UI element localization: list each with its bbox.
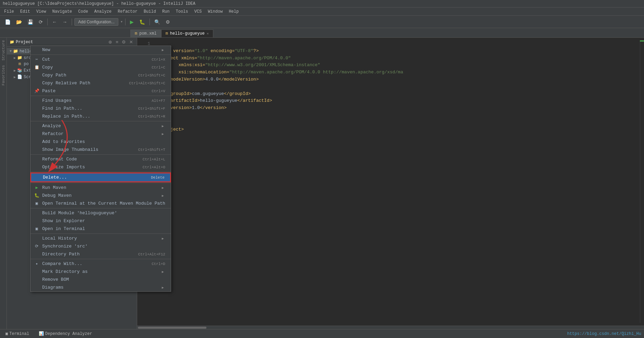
- toolbar: 📄 📂 💾 ⟳ ← → Add Configuration... ▾ ▶ 🐛 🔍…: [0, 16, 644, 28]
- ctx-replace-in-path[interactable]: Replace in Path... Ctrl+Shift+R: [31, 112, 171, 120]
- ctx-cut-shortcut: Ctrl+X: [152, 58, 165, 62]
- ctx-build-module[interactable]: Build Module 'hellogugueyue': [31, 209, 171, 217]
- editor-area: 1 2 3 4 5 7 8 9 12 <?xml version="1.0" e…: [137, 38, 644, 329]
- sidebar-close-btn[interactable]: ✕: [128, 39, 134, 45]
- ctx-optimize-imports[interactable]: Optimize Imports Ctrl+Alt+O: [31, 163, 171, 171]
- ctx-reformat[interactable]: Reformat Code Ctrl+Alt+L: [31, 155, 171, 163]
- menu-view[interactable]: View: [34, 9, 49, 15]
- ctx-cut-icon: ✂: [34, 57, 39, 62]
- tab-hello-icon: m: [166, 31, 168, 36]
- menu-window[interactable]: Window: [205, 9, 225, 15]
- toolbar-open-btn[interactable]: 📂: [14, 18, 24, 26]
- ctx-remove-bom-label: Remove BOM: [34, 277, 69, 282]
- ctx-find-usages-label: Find Usages: [34, 98, 72, 103]
- ctx-debug-maven-label: 🐛 Debug Maven: [34, 193, 72, 198]
- ctx-copy-rel-path[interactable]: Copy Relative Path Ctrl+Alt+Shift+C: [31, 79, 171, 87]
- menu-help[interactable]: Help: [226, 9, 241, 15]
- toolbar-back-btn[interactable]: ←: [50, 18, 59, 26]
- ctx-compare-with-label: ✦ Compare With...: [34, 261, 82, 266]
- menu-vcs[interactable]: VCS: [192, 9, 205, 15]
- toolbar-debug-btn[interactable]: 🐛: [137, 18, 147, 26]
- scrollbar-thumb[interactable]: [138, 327, 206, 329]
- ctx-synchronize[interactable]: ⟳ Synchronize 'src': [31, 242, 171, 250]
- editor-content[interactable]: 1 2 3 4 5 7 8 9 12 <?xml version="1.0" e…: [137, 38, 644, 326]
- ctx-run-maven-arrow: ▶: [162, 186, 164, 190]
- ctx-cut-label: ✂ Cut: [34, 57, 50, 62]
- ctx-analyze[interactable]: Analyze ▶: [31, 122, 171, 130]
- ctx-delete[interactable]: Delete... Delete: [31, 173, 171, 182]
- ctx-new-arrow: ▶: [162, 48, 164, 52]
- ctx-paste-shortcut: Ctrl+V: [152, 89, 165, 93]
- ctx-analyze-label: Analyze: [34, 123, 61, 129]
- ctx-sep-3: [31, 121, 171, 121]
- sidebar-settings-btn[interactable]: ⚙: [121, 39, 127, 45]
- toolbar-new-file-btn[interactable]: 📄: [3, 18, 13, 26]
- toolbar-search-btn[interactable]: 🔍: [152, 18, 162, 26]
- tab-pom-xml[interactable]: m pom.xml: [130, 29, 161, 37]
- ctx-dir-path[interactable]: Directory Path Ctrl+Alt+F12: [31, 250, 171, 258]
- ctx-cut[interactable]: ✂ Cut Ctrl+X: [31, 56, 171, 63]
- ctx-new[interactable]: New ▶: [31, 46, 171, 54]
- terminal-icon: ▣: [5, 331, 8, 336]
- ctx-sync-label: ⟳ Synchronize 'src': [34, 244, 88, 249]
- bottom-right-link: https://blog.csdn.net/Qizhi_Hu: [567, 331, 641, 336]
- menu-refactor[interactable]: Refactor: [115, 9, 140, 15]
- ctx-local-history[interactable]: Local History ▶: [31, 234, 171, 242]
- ctx-find-usages[interactable]: Find Usages Alt+F7: [31, 97, 171, 105]
- ctx-optimize-label: Optimize Imports: [34, 165, 85, 170]
- ctx-terminal-maven-icon: ▣: [34, 201, 39, 206]
- toolbar-sync-btn[interactable]: ⟳: [37, 18, 45, 26]
- ctx-copy-rel-path-shortcut: Ctrl+Alt+Shift+C: [129, 81, 165, 85]
- ctx-copy-rel-path-label: Copy Relative Path: [34, 81, 90, 86]
- ctx-copy[interactable]: 📋 Copy Ctrl+C: [31, 63, 171, 71]
- ctx-show-explorer[interactable]: Show in Explorer: [31, 217, 171, 225]
- toolbar-run-btn[interactable]: ▶: [128, 18, 136, 26]
- toolbar-forward-btn[interactable]: →: [60, 18, 69, 26]
- menu-build[interactable]: Build: [141, 9, 159, 15]
- ctx-open-terminal-maven[interactable]: ▣ Open Terminal at the Current Maven Mod…: [31, 200, 171, 207]
- horizontal-scrollbar[interactable]: [137, 326, 644, 329]
- ctx-add-favorites[interactable]: Add to Favorites: [31, 138, 171, 146]
- ctx-open-in-terminal[interactable]: ▣ Open in Terminal: [31, 225, 171, 233]
- far-left-strip: Structure Favorites: [0, 38, 7, 329]
- menu-edit[interactable]: Edit: [17, 9, 33, 15]
- add-configuration-button[interactable]: Add Configuration...: [74, 18, 118, 26]
- menu-navigate[interactable]: Navigate: [49, 9, 75, 15]
- ctx-open-terminal-label: ▣ Open in Terminal: [34, 226, 85, 231]
- dependency-analyzer-tab[interactable]: 📊 Dependency Analyzer: [36, 330, 95, 337]
- ctx-diagrams[interactable]: Diagrams ▶: [31, 283, 171, 291]
- tab-hello-gugueyue[interactable]: m hello-gugueyue ✕: [161, 29, 213, 37]
- terminal-tab[interactable]: ▣ Terminal: [3, 330, 32, 337]
- ctx-find-usages-shortcut: Alt+F7: [152, 99, 165, 103]
- ctx-replace-in-path-shortcut: Ctrl+Shift+R: [138, 114, 165, 119]
- menu-code[interactable]: Code: [75, 9, 91, 15]
- tree-arrow-scratch: ▶: [14, 75, 16, 79]
- ctx-show-thumbnails[interactable]: Show Image Thumbnails Ctrl+Shift+T: [31, 146, 171, 154]
- menu-run[interactable]: Run: [159, 9, 172, 15]
- ctx-find-in-path[interactable]: Find in Path... Ctrl+Shift+F: [31, 105, 171, 112]
- menu-analyze[interactable]: Analyze: [92, 9, 114, 15]
- ctx-debug-maven[interactable]: 🐛 Debug Maven ▶: [31, 192, 171, 200]
- ctx-mark-dir[interactable]: Mark Directory as ▶: [31, 268, 171, 276]
- code-content[interactable]: <?xml version="1.0" encoding="UTF-8"?> <…: [154, 40, 640, 323]
- structure-tab-btn[interactable]: Structure: [0, 39, 7, 61]
- toolbar-settings-btn[interactable]: ⚙: [164, 18, 172, 26]
- ctx-remove-bom[interactable]: Remove BOM: [31, 276, 171, 283]
- tab-pom-xml-label: pom.xml: [139, 31, 156, 36]
- ctx-refactor[interactable]: Refactor ▶: [31, 130, 171, 138]
- ctx-paste[interactable]: 📌 Paste Ctrl+V: [31, 87, 171, 95]
- ctx-optimize-shortcut: Ctrl+Alt+O: [143, 165, 165, 169]
- toolbar-save-btn[interactable]: 💾: [25, 18, 35, 26]
- menu-file[interactable]: File: [1, 9, 17, 15]
- sidebar-collapse-btn[interactable]: ≡: [115, 39, 119, 45]
- menu-tools[interactable]: Tools: [173, 9, 191, 15]
- tab-close-icon[interactable]: ✕: [207, 32, 209, 36]
- ctx-compare-shortcut: Ctrl+D: [152, 262, 165, 266]
- ctx-analyze-arrow: ▶: [162, 124, 164, 128]
- ctx-compare-with[interactable]: ✦ Compare With... Ctrl+D: [31, 260, 171, 268]
- favorites-tab-btn[interactable]: Favorites: [0, 64, 7, 86]
- ctx-diagrams-arrow: ▶: [162, 286, 164, 290]
- ctx-run-maven[interactable]: ▶ Run Maven ▶: [31, 184, 171, 192]
- sidebar-locate-btn[interactable]: ⊕: [107, 39, 113, 45]
- ctx-copy-path[interactable]: Copy Path Ctrl+Shift+C: [31, 71, 171, 79]
